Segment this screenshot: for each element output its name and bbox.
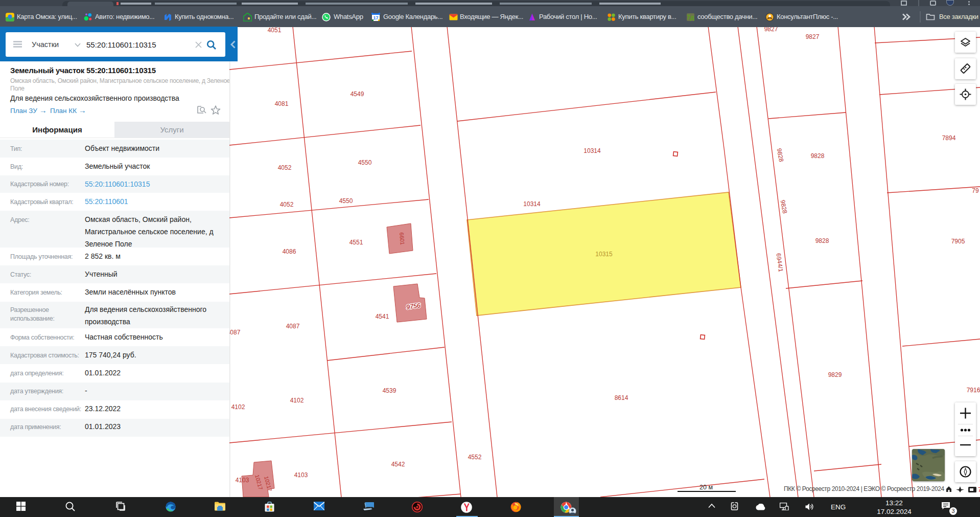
svg-text:79: 79	[972, 187, 979, 194]
svg-text:20 м: 20 м	[699, 484, 713, 491]
svg-text:6944/1: 6944/1	[775, 253, 784, 273]
svg-text:4550: 4550	[358, 159, 372, 166]
svg-text:4541: 4541	[376, 313, 389, 320]
svg-text:7905: 7905	[951, 238, 965, 245]
svg-text:4051: 4051	[268, 27, 282, 34]
svg-text:10314: 10314	[584, 147, 601, 154]
svg-text:4081: 4081	[275, 100, 289, 107]
svg-text:4052: 4052	[280, 201, 294, 208]
svg-text:4102: 4102	[231, 403, 245, 411]
svg-text:9828: 9828	[776, 148, 785, 163]
svg-text:9828: 9828	[811, 152, 825, 160]
svg-text:7: 7	[978, 486, 980, 493]
svg-text:7д: 7д	[687, 14, 694, 21]
svg-text:9828: 9828	[815, 237, 829, 244]
svg-text:9828: 9828	[779, 199, 788, 214]
svg-text:7916: 7916	[967, 387, 980, 394]
svg-text:8614: 8614	[615, 394, 628, 401]
svg-text:4086: 4086	[283, 248, 296, 255]
svg-text:4103: 4103	[294, 471, 308, 479]
svg-text:4542: 4542	[391, 461, 405, 468]
svg-text:4551: 4551	[349, 239, 363, 246]
svg-text:9827: 9827	[764, 27, 778, 33]
svg-text:10314: 10314	[523, 200, 541, 208]
svg-text:9829: 9829	[828, 371, 842, 378]
svg-text:4549: 4549	[351, 91, 364, 98]
svg-text:4052: 4052	[278, 164, 292, 171]
svg-text:17: 17	[373, 15, 378, 20]
svg-text:6601: 6601	[399, 232, 406, 245]
svg-text:4550: 4550	[339, 197, 353, 205]
svg-text:4552: 4552	[468, 454, 482, 461]
svg-text:4087: 4087	[286, 323, 300, 330]
svg-text:4103: 4103	[236, 477, 249, 484]
svg-text:9827: 9827	[806, 33, 820, 40]
svg-text:4102: 4102	[290, 397, 304, 404]
svg-text:10315: 10315	[595, 251, 613, 258]
svg-text:7894: 7894	[942, 134, 956, 142]
svg-text:4539: 4539	[383, 387, 396, 394]
